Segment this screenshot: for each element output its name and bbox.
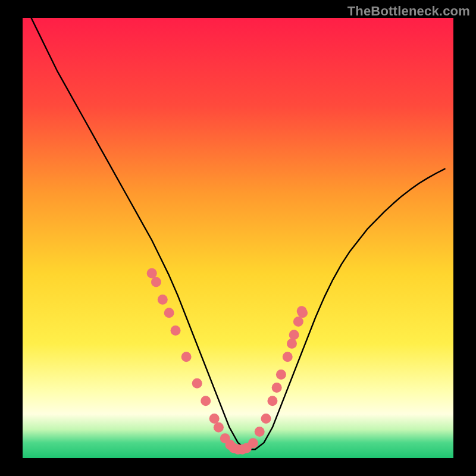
data-point [158, 295, 168, 305]
bottleneck-chart [0, 0, 476, 476]
data-point [181, 352, 192, 362]
plot-background [23, 18, 453, 458]
data-point [164, 308, 174, 318]
data-point [261, 414, 271, 424]
data-point [151, 277, 161, 287]
data-point [248, 438, 258, 448]
data-point [171, 325, 181, 336]
data-point [147, 268, 157, 278]
data-point [297, 306, 307, 316]
data-point [287, 339, 297, 349]
data-point [283, 352, 293, 362]
data-point [272, 383, 282, 393]
data-point [209, 414, 220, 424]
data-point [293, 317, 303, 327]
data-point [255, 427, 265, 437]
chart-container: TheBottleneck.com [0, 0, 476, 476]
data-point [276, 369, 286, 380]
data-point [192, 378, 202, 389]
data-point [214, 422, 224, 433]
data-point [201, 396, 211, 406]
data-point [289, 330, 299, 340]
watermark-text: TheBottleneck.com [347, 4, 470, 19]
data-point [267, 396, 277, 406]
